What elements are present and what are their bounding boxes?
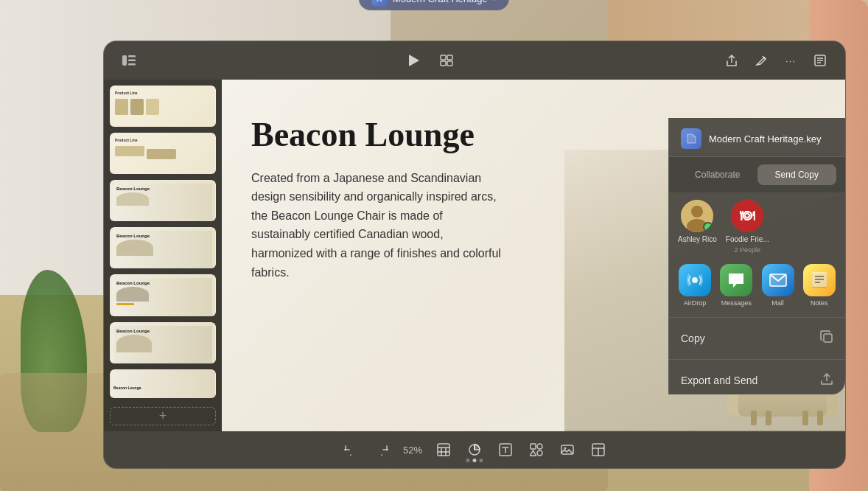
svg-point-44: [564, 448, 567, 450]
slide-thumb-9[interactable]: 9 Beacon Lounge: [110, 180, 216, 221]
slide-body: Created from a Japanese and Scandinavian…: [251, 169, 502, 282]
content-area: 7 Product Line 8 Product Line: [104, 80, 845, 431]
chair-leg-3: [766, 411, 771, 425]
copy-label: Copy: [681, 332, 705, 344]
share-panel-header: Modern Craft Heritage.key: [669, 118, 845, 157]
slide-image-12: Beacon Lounge: [110, 322, 216, 363]
share-tabs: Collaborate Send Copy: [669, 157, 845, 192]
slide-thumb-7[interactable]: 7 Product Line: [110, 86, 216, 127]
person-foodie[interactable]: 🍽 Foodie Frie... 2 People: [726, 200, 769, 254]
airdrop-label: AirDrop: [684, 299, 707, 307]
svg-rect-40: [531, 444, 536, 449]
dot-1: [466, 459, 470, 462]
bottom-toolbar: 52%: [104, 431, 845, 468]
mail-label: Mail: [771, 299, 784, 307]
person-name-ashley: Ashley Rico: [678, 235, 717, 243]
chair-leg-1: [817, 411, 823, 425]
slide-thumb-11[interactable]: 11 Beacon Lounge: [110, 274, 216, 316]
slide-layout-button[interactable]: [586, 437, 611, 462]
slide-thumb-13[interactable]: Beacon Lounge: [110, 369, 216, 398]
mail-icon: [762, 264, 794, 296]
slide-thumb-12[interactable]: 12 Beacon Lounge: [110, 322, 216, 363]
table-button[interactable]: [431, 437, 456, 462]
share-menu-export[interactable]: Export and Send: [669, 363, 845, 394]
avatar-foodie: 🍽: [731, 200, 763, 232]
toolbar: ···: [104, 41, 845, 80]
svg-rect-3: [128, 63, 136, 66]
more-options-button[interactable]: ···: [777, 47, 804, 74]
svg-rect-1: [128, 55, 136, 58]
dot-3: [480, 459, 483, 462]
notes-label: Notes: [811, 299, 828, 307]
media-button[interactable]: [555, 437, 580, 462]
slides-view-button[interactable]: [433, 47, 460, 74]
chair-leg-2: [802, 411, 808, 425]
share-apps-section: AirDrop Messages: [669, 261, 845, 314]
tab-collaborate[interactable]: Collaborate: [678, 164, 757, 185]
app-mail[interactable]: Mail: [762, 264, 794, 307]
annotate-button[interactable]: [748, 47, 774, 74]
online-badge-ashley: [703, 222, 713, 232]
undo-button[interactable]: [338, 437, 363, 462]
share-filename: Modern Craft Heritage.key: [709, 133, 821, 144]
app-window: ··· 7 Product Line: [103, 41, 846, 469]
slide-image-13: Beacon Lounge: [110, 369, 216, 398]
add-slide-icon: +: [159, 408, 167, 424]
app-messages[interactable]: Messages: [720, 264, 752, 307]
svg-rect-5: [441, 55, 446, 60]
share-people-section: Ashley Rico 🍽 Foodie Frie... 2 People: [669, 192, 845, 261]
airdrop-icon: [679, 264, 711, 296]
app-airdrop[interactable]: AirDrop: [679, 264, 711, 307]
svg-marker-4: [409, 55, 419, 66]
page-indicator: [466, 459, 483, 462]
slide-thumb-10[interactable]: 10 Beacon Lounge: [110, 227, 216, 268]
slide-image-8: Product Line: [110, 133, 216, 174]
slide-image-10: Beacon Lounge: [110, 227, 216, 268]
slide-image-11: Beacon Lounge: [110, 274, 216, 316]
chair-leg-4: [751, 411, 757, 425]
person-ashley[interactable]: Ashley Rico: [678, 200, 717, 254]
redo-button[interactable]: [369, 437, 394, 462]
zoom-level: 52%: [400, 445, 425, 456]
share-button[interactable]: [718, 47, 745, 74]
person-name-foodie: Foodie Frie...: [726, 235, 769, 243]
share-divider-1: [669, 317, 845, 318]
text-button[interactable]: [493, 437, 518, 462]
tab-send-copy[interactable]: Send Copy: [757, 164, 837, 185]
messages-label: Messages: [721, 299, 752, 307]
title-bar: K Modern Craft Heritage ›: [359, 0, 509, 10]
person-sub-foodie: 2 People: [735, 246, 761, 254]
sidebar-toggle-button[interactable]: [116, 47, 142, 74]
svg-rect-32: [438, 444, 449, 456]
svg-rect-29: [824, 334, 832, 342]
share-file-icon: [681, 128, 701, 149]
export-label: Export and Send: [681, 375, 757, 386]
svg-text:🍽: 🍽: [740, 207, 755, 223]
slide-thumb-8[interactable]: 8 Product Line: [110, 133, 216, 174]
title-bar-chevron-icon: ›: [493, 0, 496, 3]
svg-rect-41: [537, 444, 542, 449]
dot-2: [473, 459, 477, 462]
share-panel: Modern Craft Heritage.key Collaborate Se…: [668, 118, 845, 394]
svg-marker-42: [531, 450, 536, 456]
app-notes[interactable]: Notes: [803, 264, 836, 307]
notes-icon: [803, 264, 836, 296]
shape-button[interactable]: [524, 437, 549, 462]
title-bar-title: Modern Craft Heritage: [393, 0, 488, 4]
notes-button[interactable]: [807, 47, 833, 74]
export-icon: [820, 372, 833, 389]
share-menu-copy[interactable]: Copy: [669, 321, 845, 356]
svg-point-21: [692, 277, 698, 283]
svg-rect-0: [122, 55, 127, 66]
slide-panel: 7 Product Line 8 Product Line: [104, 80, 222, 431]
svg-point-17: [691, 206, 703, 217]
play-button[interactable]: [401, 47, 427, 74]
title-bar-app-icon: K: [372, 0, 387, 6]
share-divider-2: [669, 359, 845, 360]
slide-image-9: Beacon Lounge: [110, 180, 216, 221]
svg-rect-7: [441, 61, 446, 66]
add-slide-button[interactable]: +: [110, 407, 216, 425]
svg-rect-2: [128, 60, 136, 62]
svg-rect-6: [447, 55, 452, 60]
svg-marker-14: [687, 134, 696, 143]
